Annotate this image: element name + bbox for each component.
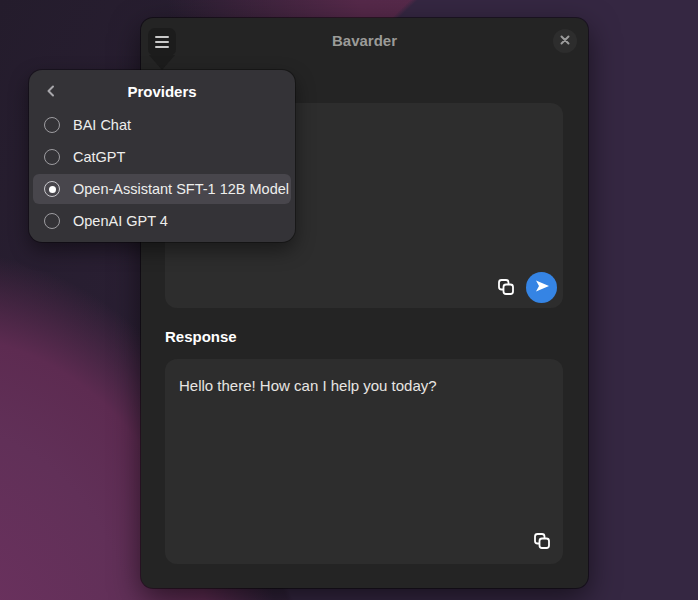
popover-header: Providers: [29, 70, 295, 112]
provider-item-label: Open-Assistant SFT-1 12B Model: [73, 181, 289, 197]
provider-item-1[interactable]: CatGPT: [33, 142, 291, 172]
providers-popover: Providers BAI Chat CatGPT Open-Assistant…: [29, 70, 295, 242]
desktop: { "window": { "title": "Bavarder" }, "he…: [0, 0, 698, 600]
copy-message-button[interactable]: [491, 274, 519, 302]
provider-item-0[interactable]: BAI Chat: [33, 110, 291, 140]
provider-item-3[interactable]: OpenAI GPT 4: [33, 206, 291, 236]
provider-item-label: BAI Chat: [73, 117, 131, 133]
prompt-actions: [491, 272, 557, 303]
headerbar: Bavarder: [141, 18, 588, 64]
paper-plane-icon: [533, 277, 551, 298]
provider-item-2[interactable]: Open-Assistant SFT-1 12B Model: [33, 174, 291, 204]
close-button[interactable]: [553, 29, 577, 53]
response-area: Hello there! How can I help you today?: [165, 359, 563, 564]
send-button[interactable]: [526, 272, 557, 303]
radio-icon: [44, 149, 60, 165]
popover-arrow: [149, 55, 175, 70]
response-text: Hello there! How can I help you today?: [165, 359, 563, 413]
provider-list: BAI Chat CatGPT Open-Assistant SFT-1 12B…: [33, 110, 291, 238]
copy-icon: [496, 277, 515, 299]
copy-icon: [532, 531, 551, 553]
window-close-icon: [559, 34, 571, 49]
window-title: Bavarder: [141, 18, 588, 64]
radio-icon: [44, 213, 60, 229]
provider-item-label: OpenAI GPT 4: [73, 213, 168, 229]
radio-icon: [44, 117, 60, 133]
response-label: Response: [165, 328, 237, 345]
radio-icon: [44, 181, 60, 197]
popover-title: Providers: [29, 70, 295, 114]
provider-item-label: CatGPT: [73, 149, 125, 165]
copy-response-button[interactable]: [527, 528, 555, 556]
